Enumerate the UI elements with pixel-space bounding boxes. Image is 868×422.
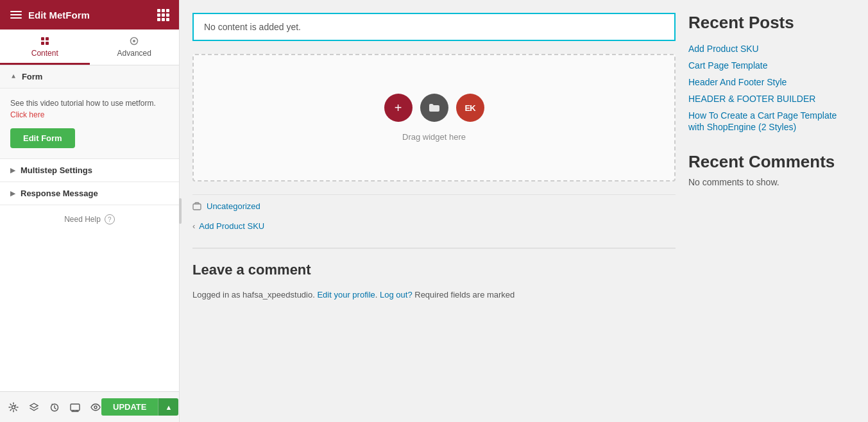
no-content-banner: No content is added yet.	[192, 13, 676, 41]
eye-icon[interactable]	[90, 401, 101, 413]
recent-posts-list: Add Product SKU Cart Page Template Heade…	[688, 43, 855, 133]
form-section-label: Form	[22, 72, 43, 81]
resize-handle[interactable]	[176, 0, 182, 422]
sidebar-tabs: Content Advanced	[0, 30, 179, 65]
need-help-text: Need Help	[64, 215, 101, 224]
prev-arrow-icon: ‹	[192, 221, 195, 231]
update-dropdown-arrow[interactable]: ▲	[158, 398, 178, 416]
help-icon: ?	[105, 214, 115, 224]
content-icon	[40, 36, 50, 46]
svg-point-9	[94, 406, 97, 409]
update-button[interactable]: UPDATE	[101, 398, 158, 416]
post-link-4[interactable]: How To Create a Cart Page Template with …	[688, 110, 837, 132]
svg-rect-1	[46, 37, 49, 40]
prev-post-link[interactable]: Add Product SKU	[199, 221, 264, 231]
drag-label: Drag widget here	[402, 132, 466, 142]
sidebar-header-left: Edit MetForm	[10, 10, 90, 21]
add-widget-button[interactable]: +	[384, 94, 413, 122]
widget-buttons: + EK	[384, 94, 484, 122]
multistep-label: Multistep Settings	[21, 165, 92, 175]
click-here-link[interactable]: Click here	[10, 110, 44, 119]
post-link-3[interactable]: HEADER & FOOTER BUILDER	[688, 94, 815, 104]
need-help-area[interactable]: Need Help ?	[0, 205, 179, 233]
category-icon	[192, 202, 201, 211]
tab-advanced-label: Advanced	[117, 49, 151, 58]
post-link-0[interactable]: Add Product SKU	[688, 44, 759, 54]
svg-rect-8	[71, 404, 80, 410]
advanced-icon	[129, 36, 139, 46]
post-link-2[interactable]: Header And Footer Style	[688, 77, 787, 87]
edit-profile-link[interactable]: Edit your profile	[317, 290, 375, 300]
hamburger-icon[interactable]	[10, 11, 22, 19]
post-link-1[interactable]: Cart Page Template	[688, 60, 767, 71]
sidebar-header: Edit MetForm	[0, 0, 179, 30]
bottom-icons-group	[8, 401, 101, 413]
svg-rect-2	[41, 42, 44, 45]
no-comments-text: No comments to show.	[688, 177, 855, 187]
tutorial-text: See this video tutorial how to use metfo…	[10, 97, 169, 121]
log-out-link[interactable]: Log out?	[380, 290, 413, 300]
recent-comments-title: Recent Comments	[688, 152, 855, 172]
folder-widget-button[interactable]	[420, 94, 448, 122]
grid-icon[interactable]	[157, 9, 169, 21]
post-footer: Uncategorized	[192, 194, 676, 216]
right-sidebar: Recent Posts Add Product SKU Cart Page T…	[676, 13, 855, 422]
form-section-header[interactable]: ▼ Form	[0, 65, 179, 89]
settings-icon[interactable]	[8, 401, 19, 413]
edit-form-button[interactable]: Edit Form	[10, 128, 75, 148]
responsive-icon[interactable]	[69, 401, 81, 413]
widget-dropzone[interactable]: + EK Drag widget here	[192, 54, 676, 181]
page-content: No content is added yet. + EK Drag widge…	[192, 13, 676, 422]
post-nav: ‹ Add Product SKU	[192, 216, 676, 241]
tab-advanced[interactable]: Advanced	[90, 30, 180, 65]
main-content-area: No content is added yet. + EK Drag widge…	[180, 0, 868, 422]
multistep-settings-section[interactable]: ▶ Multistep Settings	[0, 159, 179, 182]
no-content-text: No content is added yet.	[204, 22, 301, 32]
sidebar-title: Edit MetForm	[28, 10, 90, 21]
layers-icon[interactable]	[28, 401, 40, 413]
tab-content[interactable]: Content	[0, 30, 90, 65]
left-sidebar: Edit MetForm Content Advanced ▼ Form	[0, 0, 180, 422]
edit-widget-button[interactable]: EK	[456, 94, 484, 122]
history-icon[interactable]	[49, 401, 60, 413]
form-arrow-icon: ▼	[10, 73, 17, 80]
tab-content-label: Content	[31, 49, 58, 58]
list-item: HEADER & FOOTER BUILDER	[688, 93, 855, 105]
list-item: How To Create a Cart Page Template with …	[688, 110, 855, 133]
content-area: No content is added yet. + EK Drag widge…	[180, 0, 868, 422]
comments-section: Leave a comment Logged in as hafsa_xpeed…	[192, 248, 676, 315]
comments-title: Leave a comment	[192, 262, 676, 278]
svg-point-5	[133, 40, 135, 42]
resize-handle-bar	[179, 198, 182, 224]
category-link[interactable]: Uncategorized	[207, 201, 260, 211]
sidebar-content: ▼ Form See this video tutorial how to us…	[0, 65, 179, 391]
svg-rect-3	[46, 42, 49, 45]
response-arrow-icon: ▶	[10, 190, 15, 197]
response-message-section[interactable]: ▶ Response Message	[0, 182, 179, 205]
svg-rect-0	[41, 37, 44, 40]
svg-rect-10	[193, 204, 201, 210]
update-btn-group: UPDATE ▲	[101, 398, 178, 416]
multistep-arrow-icon: ▶	[10, 167, 15, 174]
form-section-content: See this video tutorial how to use metfo…	[0, 89, 179, 159]
list-item: Cart Page Template	[688, 60, 855, 71]
list-item: Add Product SKU	[688, 43, 855, 55]
sidebar-bottom-bar: UPDATE ▲	[0, 391, 179, 422]
response-label: Response Message	[21, 189, 98, 198]
list-item: Header And Footer Style	[688, 76, 855, 88]
logged-in-text: Logged in as hafsa_xpeedstudio. Edit you…	[192, 289, 676, 302]
recent-posts-title: Recent Posts	[688, 13, 855, 33]
